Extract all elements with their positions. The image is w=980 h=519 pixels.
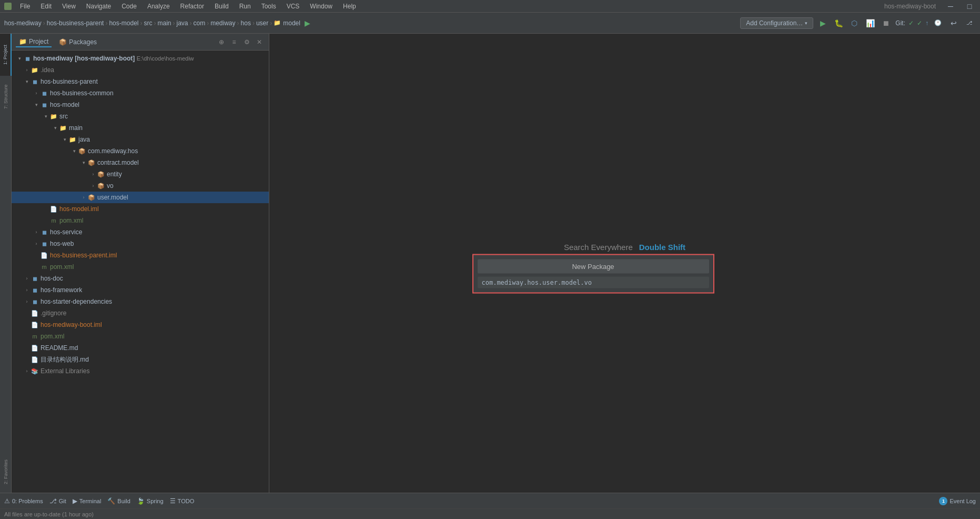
menu-window[interactable]: Window	[308, 2, 335, 11]
tree-hscroll[interactable]	[12, 488, 269, 493]
menu-help[interactable]: Help	[341, 2, 358, 11]
git-history-button[interactable]: 🕐	[932, 17, 944, 29]
run-button[interactable]: ▶	[816, 17, 829, 29]
panel-collapse-btn[interactable]: ≡	[229, 37, 239, 47]
menu-analyze[interactable]: Analyze	[145, 2, 172, 11]
profile-button[interactable]: 📊	[864, 17, 876, 29]
tree-hos-service[interactable]: › ◼ hos-service	[12, 226, 269, 238]
breadcrumb-item-8[interactable]: hos	[241, 19, 251, 27]
status-todo[interactable]: ☰ TODO	[170, 497, 195, 505]
status-git[interactable]: ⎇ Git	[49, 497, 66, 505]
breadcrumb-item-5[interactable]: java	[176, 19, 188, 27]
breadcrumb-item-7[interactable]: mediway	[210, 19, 235, 27]
menu-file[interactable]: File	[18, 2, 32, 11]
parent-pom-icon: m	[40, 263, 48, 271]
tree-com-mediway-hos[interactable]: ▾ 📦 com.mediway.hos	[12, 145, 269, 157]
breadcrumb-item-6[interactable]: com	[194, 19, 206, 27]
tree-gitignore[interactable]: › 📄 .gitignore	[12, 307, 269, 319]
tree-business-common[interactable]: › ◼ hos-business-common	[12, 87, 269, 99]
problems-label: 0: Problems	[12, 498, 43, 504]
spring-icon: 🍃	[137, 497, 145, 505]
tree-main[interactable]: ▾ 📁 main	[12, 122, 269, 134]
package-entity-icon: 📦	[97, 171, 105, 178]
dialog-title: New Package	[478, 260, 709, 274]
iml-icon: 📄	[49, 205, 58, 213]
status-terminal[interactable]: ▶ Terminal	[73, 497, 102, 505]
tree-model-pom[interactable]: › m pom.xml	[12, 215, 269, 226]
menu-run[interactable]: Run	[237, 2, 253, 11]
menu-code[interactable]: Code	[119, 2, 139, 11]
menu-build[interactable]: Build	[213, 2, 231, 11]
panel-tab-packages[interactable]: 📦 Packages	[56, 37, 100, 47]
menu-view[interactable]: View	[60, 2, 78, 11]
debug-button[interactable]: 🐛	[832, 17, 845, 29]
breadcrumb-item-4[interactable]: main	[157, 19, 171, 27]
tree-hos-doc[interactable]: › ◼ hos-doc	[12, 273, 269, 284]
git-undo-button[interactable]: ↩	[947, 17, 960, 29]
folder-main-icon: 📁	[59, 124, 67, 132]
tree-hos-model-iml[interactable]: › 📄 hos-model.iml	[12, 203, 269, 215]
breadcrumb-item-10[interactable]: model	[283, 19, 300, 27]
git-diff-button[interactable]: ⎇	[963, 17, 976, 29]
tree-idea[interactable]: › 📁 .idea	[12, 64, 269, 76]
new-package-input[interactable]	[482, 279, 705, 286]
module-bcommon-icon: ◼	[40, 89, 48, 97]
menu-navigate[interactable]: Navigate	[84, 2, 113, 11]
tree-doc-label: hos-doc	[41, 275, 63, 282]
tree-readme[interactable]: › 📄 README.md	[12, 342, 269, 354]
boot-iml-icon: 📄	[31, 321, 39, 328]
breadcrumb-item-2[interactable]: hos-model	[109, 19, 138, 27]
search-everywhere-shortcut[interactable]: Double Shift	[639, 243, 685, 252]
panel-tab-project[interactable]: 📁 Project	[16, 37, 52, 47]
panel-settings-btn[interactable]: ⚙	[241, 37, 252, 47]
status-spring[interactable]: 🍃 Spring	[137, 497, 164, 505]
breadcrumb-item-3[interactable]: src	[144, 19, 152, 27]
readme-icon: 📄	[31, 344, 39, 352]
menu-edit[interactable]: Edit	[38, 2, 54, 11]
sidebar-tab-project[interactable]: 1: Project	[0, 34, 12, 76]
tree-external-libs[interactable]: › 📚 External Libraries	[12, 365, 269, 377]
tree-root[interactable]: ▾ ◼ hos-mediway [hos-mediway-boot] E:\dh…	[12, 53, 269, 64]
sidebar-tab-favorites[interactable]: 2: Favorites	[0, 451, 12, 493]
stop-button[interactable]: ⏹	[880, 17, 892, 29]
breadcrumb-item-9[interactable]: user	[256, 19, 268, 27]
tree-user-model[interactable]: › 📦 user.model	[12, 192, 269, 203]
menu-vcs[interactable]: VCS	[285, 2, 302, 11]
tree-entity[interactable]: › 📦 entity	[12, 168, 269, 180]
tree-boot-iml[interactable]: › 📄 hos-mediway-boot.iml	[12, 319, 269, 331]
build-label: Build	[117, 498, 130, 504]
minimize-button[interactable]: ─	[944, 0, 957, 13]
tree-bparent-iml-label: hos-business-parent.iml	[50, 252, 117, 259]
tree-src[interactable]: ▾ 📁 src	[12, 111, 269, 122]
status-build[interactable]: 🔨 Build	[107, 497, 130, 505]
tree-parent-pom[interactable]: › m pom.xml	[12, 261, 269, 273]
dialog-input-row[interactable]	[478, 277, 709, 288]
status-problems[interactable]: ⚠ 0: Problems	[4, 497, 43, 505]
bottom-status-message: All files are up-to-date (1 hour ago)	[4, 511, 94, 517]
tree-hos-framework[interactable]: › ◼ hos-framework	[12, 284, 269, 296]
tree-contract-model[interactable]: ▾ 📦 contract.model	[12, 157, 269, 168]
sidebar-tab-structure[interactable]: 7: Structure	[0, 76, 12, 118]
panel-close-btn[interactable]: ✕	[254, 37, 265, 47]
maximize-button[interactable]: □	[963, 0, 976, 13]
panel-expand-btn[interactable]: ⊕	[216, 37, 227, 47]
tree-hos-model[interactable]: ▾ ◼ hos-model	[12, 99, 269, 111]
tree-hos-web[interactable]: › ◼ hos-web	[12, 238, 269, 249]
tree-hos-starter[interactable]: › ◼ hos-starter-dependencies	[12, 296, 269, 307]
tree-bparent-iml[interactable]: › 📄 hos-business-parent.iml	[12, 249, 269, 261]
tree-business-parent[interactable]: ▾ ◼ hos-business-parent	[12, 76, 269, 87]
tree-dir-md[interactable]: › 📄 目录结构说明.md	[12, 354, 269, 365]
menu-tools[interactable]: Tools	[259, 2, 278, 11]
dropdown-arrow: ▾	[805, 21, 807, 26]
breadcrumb-item-1[interactable]: hos-business-parent	[47, 19, 104, 27]
event-log-item[interactable]: 1 Event Log	[939, 497, 976, 505]
menu-refactor[interactable]: Refactor	[178, 2, 206, 11]
tree-contract-arrow: ▾	[80, 159, 87, 166]
tree-root-pom[interactable]: › m pom.xml	[12, 331, 269, 342]
tree-java[interactable]: ▾ 📁 java	[12, 134, 269, 145]
breadcrumb-sep-7: ›	[237, 19, 239, 27]
add-configuration-button[interactable]: Add Configuration… ▾	[740, 17, 813, 29]
coverage-button[interactable]: ⬡	[848, 17, 861, 29]
breadcrumb-item-0[interactable]: hos-mediway	[4, 19, 42, 27]
tree-vo[interactable]: › 📦 vo	[12, 180, 269, 192]
